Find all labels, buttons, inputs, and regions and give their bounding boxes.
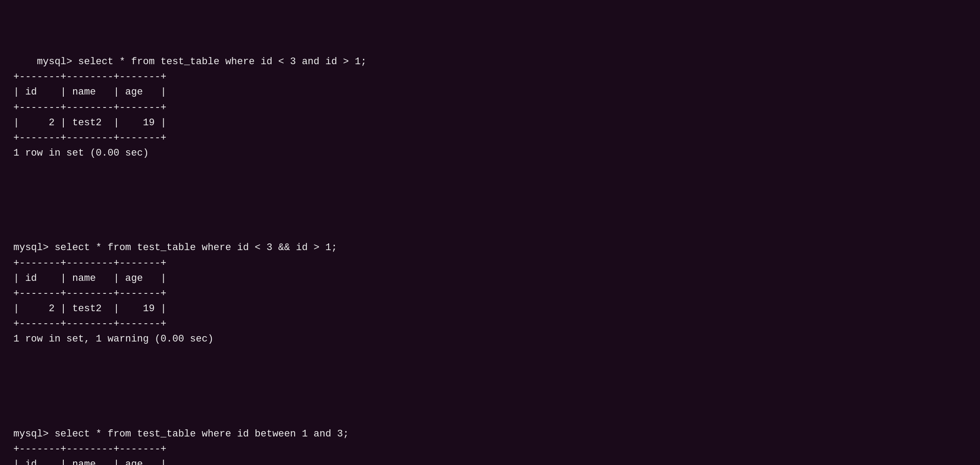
query-block-2: mysql> select * from test_table where id… — [13, 225, 967, 362]
table-line-2-2: +-------+--------+-------+ — [13, 318, 166, 329]
query-block-3: mysql> select * from test_table where id… — [13, 411, 967, 465]
table-line-2-1: +-------+--------+-------+ — [13, 288, 166, 299]
table-line-1-0: +-------+--------+-------+ — [13, 71, 166, 82]
table-row-2-1: | 2 | test2 | 19 | — [13, 303, 166, 314]
table-header-2: | id | name | age | — [13, 273, 166, 284]
command-line-2: mysql> select * from test_table where id… — [13, 242, 337, 253]
result-1: 1 row in set (0.00 sec) — [13, 148, 149, 159]
terminal-output: mysql> select * from test_table where id… — [13, 9, 967, 465]
table-header-1: | id | name | age | — [13, 86, 166, 98]
table-header-3: | id | name | age | — [13, 459, 166, 465]
table-line-1-2: +-------+--------+-------+ — [13, 132, 166, 144]
table-row-1-1: | 2 | test2 | 19 | — [13, 117, 166, 128]
query-block-1: mysql> select * from test_table where id… — [13, 39, 967, 176]
result-2: 1 row in set, 1 warning (0.00 sec) — [13, 333, 214, 345]
command-line-3: mysql> select * from test_table where id… — [13, 428, 349, 440]
table-line-2-0: +-------+--------+-------+ — [13, 258, 166, 269]
command-line-1: mysql> select * from test_table where id… — [37, 56, 366, 67]
table-line-3-0: +-------+--------+-------+ — [13, 444, 166, 455]
table-line-1-1: +-------+--------+-------+ — [13, 102, 166, 113]
